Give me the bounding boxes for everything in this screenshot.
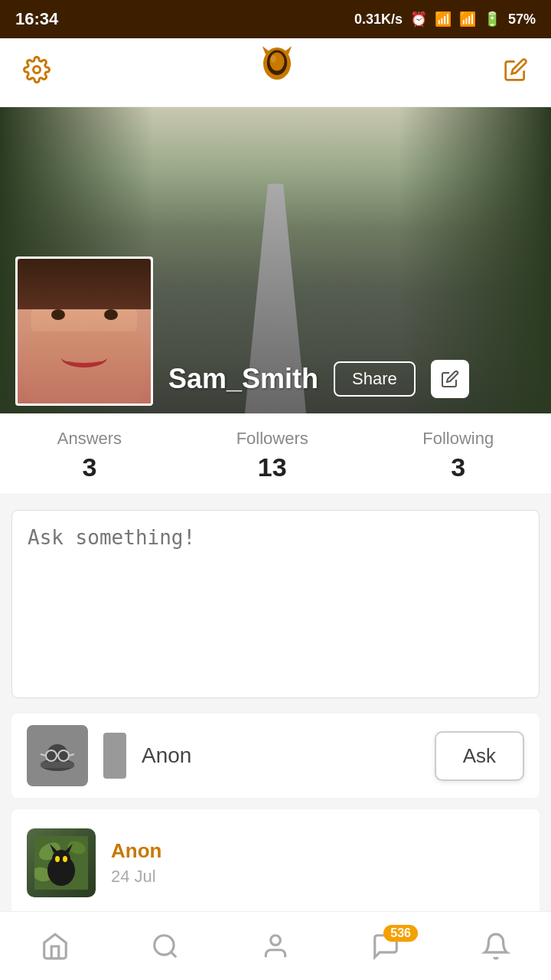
nav-search[interactable]	[127, 923, 204, 969]
anon-row: Anon Ask	[11, 714, 540, 798]
feed-avatar	[27, 828, 96, 897]
stat-followers[interactable]: Followers 13	[236, 429, 308, 482]
wifi-icon: 📶	[435, 11, 452, 28]
ask-textarea[interactable]	[28, 526, 523, 679]
nav-notifications[interactable]	[458, 923, 534, 969]
clock-icon: ⏰	[410, 11, 427, 28]
battery-percent: 57%	[508, 11, 536, 28]
anon-avatar-second	[103, 733, 126, 779]
profile-info-overlay: Sam_Smith Share	[168, 360, 469, 398]
stat-answers[interactable]: Answers 3	[57, 429, 122, 482]
anon-label: Anon	[142, 743, 419, 768]
feed-date: 24 Jul	[111, 867, 161, 887]
settings-icon[interactable]	[23, 56, 51, 89]
ask-box-container	[11, 510, 540, 698]
signal-icon: 📶	[459, 11, 476, 28]
status-time: 16:34	[15, 9, 58, 29]
nav-home[interactable]	[17, 923, 93, 969]
cover-area: Sam_Smith Share	[0, 107, 551, 413]
svg-line-26	[171, 952, 176, 957]
anon-avatar	[27, 725, 88, 786]
svg-line-13	[41, 754, 46, 756]
share-button[interactable]: Share	[334, 361, 416, 397]
svg-point-24	[63, 856, 67, 862]
profile-edit-button[interactable]	[431, 360, 469, 398]
answers-value: 3	[82, 452, 96, 482]
followers-label: Followers	[236, 429, 308, 449]
stat-following[interactable]: Following 3	[422, 429, 494, 482]
profile-avatar[interactable]	[15, 256, 153, 406]
svg-rect-9	[41, 762, 74, 768]
ask-button[interactable]: Ask	[435, 731, 524, 781]
nav-profile[interactable]	[237, 923, 314, 969]
feed-meta: Anon 24 Jul	[111, 839, 161, 887]
svg-point-27	[271, 935, 281, 945]
status-bar: 16:34 0.31K/s ⏰ 📶 📶 🔋 57%	[0, 0, 551, 38]
feed-item-header: Anon 24 Jul	[27, 828, 524, 897]
following-label: Following	[422, 429, 494, 449]
svg-point-20	[52, 850, 70, 868]
feed-username[interactable]: Anon	[111, 839, 161, 863]
answers-label: Answers	[57, 429, 122, 449]
nav-messages[interactable]: 536	[347, 923, 424, 969]
messages-badge: 536	[383, 925, 418, 942]
network-speed: 0.31K/s	[354, 11, 403, 28]
app-logo	[254, 45, 300, 100]
app-header	[0, 38, 551, 107]
profile-username: Sam_Smith	[168, 363, 318, 395]
svg-line-14	[69, 754, 74, 756]
followers-value: 13	[258, 452, 287, 482]
svg-point-6	[271, 55, 276, 63]
svg-point-23	[55, 856, 60, 862]
following-value: 3	[451, 452, 465, 482]
svg-point-0	[34, 67, 41, 74]
header-edit-icon[interactable]	[504, 57, 528, 87]
stats-row: Answers 3 Followers 13 Following 3	[0, 413, 551, 495]
battery-icon: 🔋	[484, 11, 500, 28]
bottom-nav: 536	[0, 911, 551, 980]
svg-point-25	[155, 935, 174, 954]
